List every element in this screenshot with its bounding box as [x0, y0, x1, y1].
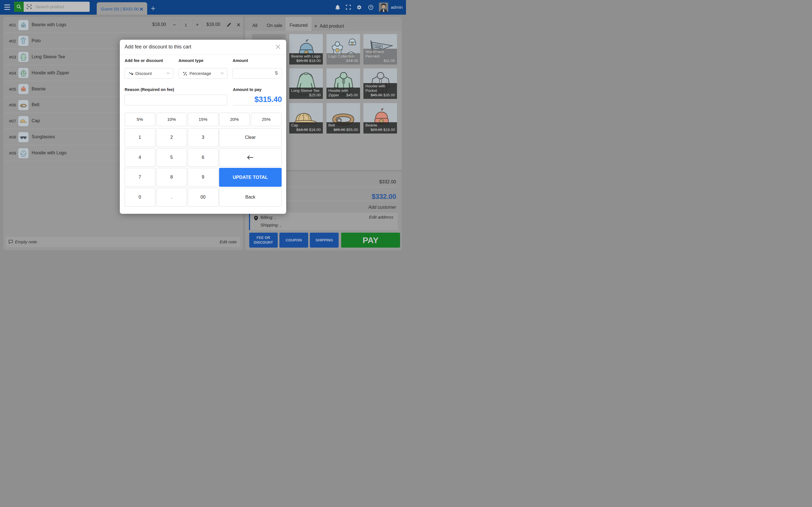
- svg-text:?: ?: [370, 6, 372, 9]
